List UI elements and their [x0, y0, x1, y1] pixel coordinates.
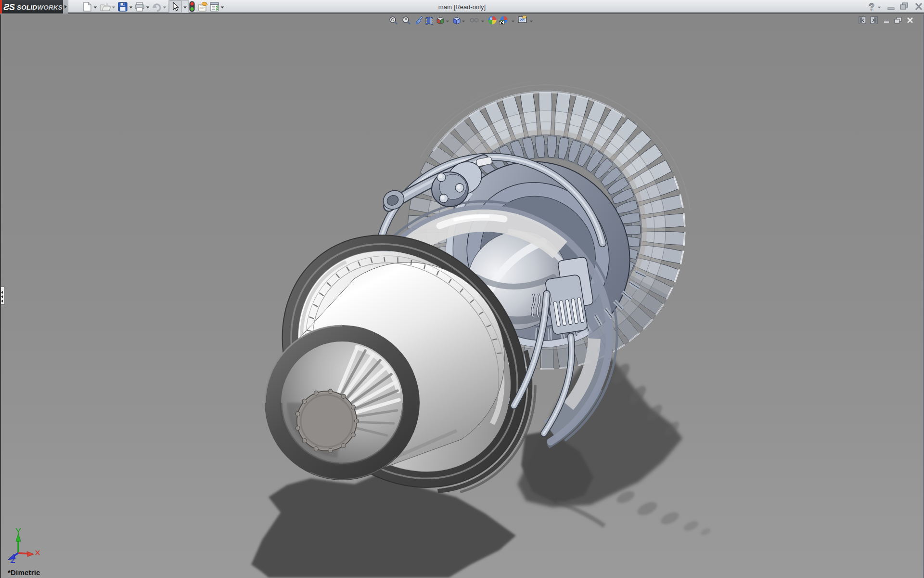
svg-text:?: ?	[869, 1, 874, 12]
